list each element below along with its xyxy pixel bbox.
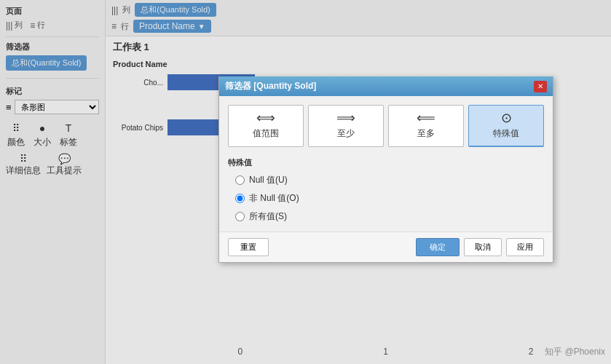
tab-at-most-icon: ⟸ bbox=[417, 111, 435, 124]
ok-button[interactable]: 确定 bbox=[416, 238, 460, 256]
tab-value-range-icon: ⟺ bbox=[256, 111, 275, 124]
reset-button[interactable]: 重置 bbox=[228, 238, 269, 256]
apply-button[interactable]: 应用 bbox=[506, 238, 544, 256]
dialog-body: ⟺ 值范围 ⟹ 至少 ⟸ 至多 ⊙ 特殊值 bbox=[219, 96, 553, 232]
tab-at-least[interactable]: ⟹ 至少 bbox=[308, 105, 384, 147]
cancel-button[interactable]: 取消 bbox=[464, 238, 502, 256]
tab-special[interactable]: ⊙ 特殊值 bbox=[468, 105, 544, 147]
dialog-footer: 重置 确定 取消 应用 bbox=[219, 232, 553, 262]
confirm-button-group: 确定 取消 应用 bbox=[416, 238, 544, 256]
tab-at-most[interactable]: ⟸ 至多 bbox=[388, 105, 464, 147]
radio-all[interactable]: 所有值(S) bbox=[235, 210, 544, 223]
radio-all-input[interactable] bbox=[235, 212, 245, 221]
radio-non-null-input[interactable] bbox=[235, 194, 245, 203]
tab-value-range[interactable]: ⟺ 值范围 bbox=[228, 105, 304, 147]
filter-dialog: 筛选器 [Quantity Sold] ✕ ⟺ 值范围 ⟹ 至少 ⟸ bbox=[218, 76, 553, 263]
tab-at-least-icon: ⟹ bbox=[336, 111, 355, 124]
radio-null-input[interactable] bbox=[235, 175, 245, 185]
main-area: ||| 列 总和(Quantity Sold) ≡ 行 Product Name… bbox=[106, 0, 611, 364]
tab-special-icon: ⊙ bbox=[501, 111, 512, 124]
radio-group: Null 值(U) 非 Null 值(O) 所有值(S) bbox=[228, 174, 544, 223]
radio-non-null[interactable]: 非 Null 值(O) bbox=[235, 192, 544, 205]
special-section-label: 特殊值 bbox=[228, 157, 544, 168]
dialog-title: 筛选器 [Quantity Sold] bbox=[225, 80, 316, 92]
dialog-close-button[interactable]: ✕ bbox=[534, 81, 547, 92]
dialog-titlebar: 筛选器 [Quantity Sold] ✕ bbox=[219, 76, 553, 96]
radio-null[interactable]: Null 值(U) bbox=[235, 174, 544, 186]
content-area: 工作表 1 Product Name Cho... Potato Chips 0… bbox=[106, 36, 611, 364]
dialog-tabs: ⟺ 值范围 ⟹ 至少 ⟸ 至多 ⊙ 特殊值 bbox=[228, 105, 544, 147]
